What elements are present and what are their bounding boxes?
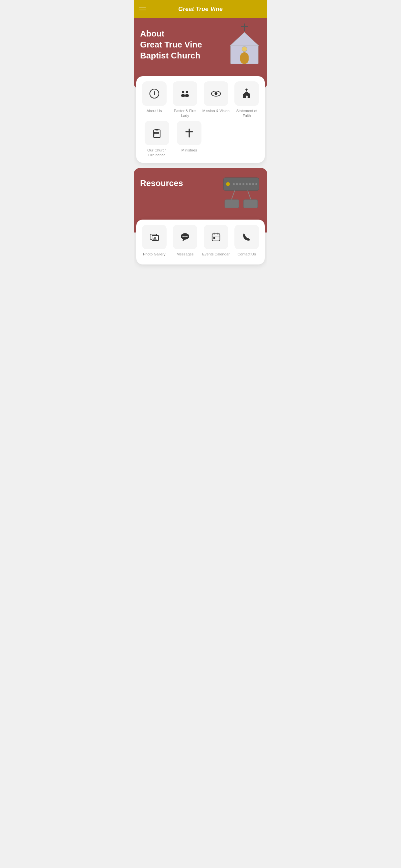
svg-point-13 — [214, 92, 217, 95]
about-us-label: About Us — [147, 108, 162, 113]
svg-point-31 — [233, 183, 235, 185]
about-grid-card: i About Us Pastor & First Lady — [136, 76, 265, 163]
gallery-icon — [149, 232, 159, 242]
resources-grid-card: Photo Gallery Messages — [136, 220, 265, 265]
ordinance-icon-box — [145, 121, 169, 145]
church-illustration — [227, 23, 262, 68]
ministries-icon-box — [177, 121, 202, 145]
svg-point-35 — [246, 183, 248, 185]
phone-icon — [242, 232, 252, 242]
church-ordinance-item[interactable]: Our Church Ordinance — [143, 121, 171, 158]
gallery-icon-box — [142, 225, 166, 249]
about-us-item[interactable]: i About Us — [140, 82, 168, 118]
ministries-label: Ministries — [181, 148, 197, 153]
about-grid-row-1: i About Us Pastor & First Lady — [139, 82, 262, 118]
menu-button[interactable] — [139, 7, 146, 11]
app-title: Great True Vine — [178, 6, 223, 12]
mission-vision-item[interactable]: Mission & Vision — [202, 82, 230, 118]
messages-item[interactable]: Messages — [171, 225, 199, 257]
pastor-first-lady-item[interactable]: Pastor & First Lady — [171, 82, 199, 118]
svg-point-25 — [154, 133, 155, 134]
phone-icon-box — [235, 225, 259, 249]
mission-label: Mission & Vision — [203, 108, 229, 113]
svg-point-49 — [182, 236, 184, 237]
chat-icon — [180, 232, 190, 242]
network-illustration — [220, 175, 262, 213]
messages-label: Messages — [177, 252, 193, 257]
faith-label: Statement of Faith — [233, 108, 261, 118]
svg-point-32 — [236, 183, 238, 185]
eye-icon — [211, 89, 221, 99]
app-header: Great True Vine — [134, 0, 267, 18]
about-us-icon-box: i — [142, 82, 166, 106]
resources-grid-row: Photo Gallery Messages — [139, 225, 262, 257]
clipboard-icon — [152, 128, 162, 138]
statement-faith-item[interactable]: Statement of Faith — [233, 82, 261, 118]
calendar-icon — [211, 232, 221, 242]
svg-point-37 — [252, 183, 254, 185]
gallery-label: Photo Gallery — [143, 252, 166, 257]
svg-point-24 — [154, 132, 155, 133]
svg-point-51 — [186, 236, 188, 237]
pastor-icon-box — [173, 82, 197, 106]
svg-rect-18 — [246, 96, 248, 98]
ordinance-label: Our Church Ordinance — [143, 148, 171, 158]
faith-icon-box — [235, 82, 259, 106]
svg-marker-2 — [230, 32, 259, 46]
svg-rect-42 — [243, 199, 258, 208]
events-calendar-item[interactable]: Events Calendar — [202, 225, 230, 257]
svg-line-39 — [232, 190, 235, 199]
contact-us-item[interactable]: Contact Us — [233, 225, 261, 257]
calendar-label: Events Calendar — [202, 252, 229, 257]
calendar-icon-box — [204, 225, 228, 249]
svg-point-30 — [226, 182, 230, 186]
svg-point-11 — [185, 94, 189, 97]
svg-point-36 — [249, 183, 251, 185]
messages-icon-box — [173, 225, 197, 249]
svg-rect-56 — [213, 237, 215, 239]
svg-point-9 — [186, 91, 188, 93]
svg-rect-4 — [240, 52, 249, 64]
pastor-label: Pastor & First Lady — [171, 108, 199, 118]
about-grid-row-2: Our Church Ordinance Ministries — [139, 121, 262, 158]
photo-gallery-item[interactable]: Photo Gallery — [140, 225, 168, 257]
svg-text:i: i — [154, 91, 155, 96]
svg-point-5 — [242, 46, 247, 52]
svg-point-34 — [243, 183, 244, 185]
svg-point-10 — [181, 94, 185, 97]
svg-point-38 — [255, 183, 257, 185]
svg-point-50 — [184, 236, 186, 237]
contact-label: Contact Us — [238, 252, 256, 257]
group-icon — [180, 89, 190, 99]
svg-rect-20 — [155, 129, 158, 130]
cross-icon — [184, 128, 194, 138]
ministries-item[interactable]: Ministries — [175, 121, 204, 158]
svg-point-33 — [239, 183, 241, 185]
svg-point-8 — [182, 91, 184, 93]
bottom-spacer — [134, 265, 267, 329]
svg-marker-16 — [243, 91, 251, 94]
svg-line-40 — [248, 190, 251, 199]
info-icon: i — [149, 89, 159, 99]
svg-rect-52 — [212, 234, 220, 241]
mission-icon-box — [204, 82, 228, 106]
svg-point-26 — [154, 135, 155, 135]
church-small-icon — [242, 89, 252, 99]
svg-point-46 — [155, 237, 156, 238]
svg-rect-41 — [225, 199, 239, 208]
